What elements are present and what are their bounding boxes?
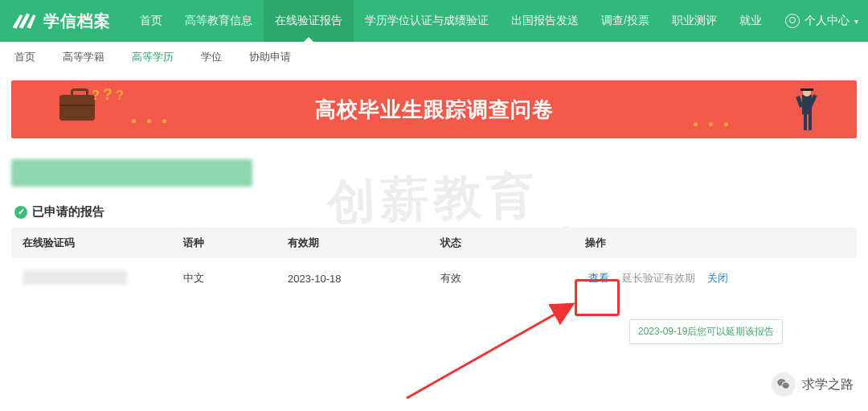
extend-link: 延长验证有效期 — [616, 270, 702, 286]
footer-attribution: 求学之路 — [772, 372, 854, 397]
nav-survey[interactable]: 调查/投票 — [590, 0, 661, 42]
subnav-assist[interactable]: 协助申请 — [249, 50, 291, 64]
nav-abroad-report[interactable]: 出国报告发送 — [500, 0, 590, 42]
col-actions: 操作 — [574, 228, 857, 258]
view-link[interactable]: 查看 — [585, 269, 612, 287]
wechat-icon — [772, 372, 796, 397]
col-language: 语种 — [172, 228, 276, 258]
footer-label: 求学之路 — [802, 376, 854, 393]
user-menu-label: 个人中心 — [805, 14, 850, 28]
section-header: ✓ 已申请的报告 — [14, 204, 857, 220]
user-icon — [785, 14, 800, 28]
subnav-home[interactable]: 首页 — [14, 50, 35, 64]
annotation-arrow-icon — [400, 298, 593, 402]
main-content: ??? 高校毕业生跟踪调查问卷 ✓ 已申请的报告 在线验证码 语种 有效期 状态… — [0, 72, 868, 298]
nav-employment[interactable]: 就业 — [728, 0, 773, 42]
brand-name: 学信档案 — [43, 10, 111, 32]
verify-code-redacted — [23, 270, 127, 285]
book-pages-icon — [11, 11, 37, 31]
reports-table: 在线验证码 语种 有效期 状态 操作 中文 2023-10-18 有效 查看 延… — [11, 228, 857, 298]
col-expiry: 有效期 — [276, 228, 429, 258]
close-link[interactable]: 关闭 — [704, 270, 731, 286]
svg-rect-3 — [804, 114, 807, 130]
user-info-redacted — [11, 159, 252, 187]
nav-degree-auth[interactable]: 学历学位认证与成绩验证 — [354, 0, 500, 42]
svg-rect-4 — [809, 114, 812, 130]
check-circle-icon: ✓ — [14, 206, 27, 219]
user-menu[interactable]: 个人中心 ▾ — [785, 14, 858, 28]
subnav-degree[interactable]: 学位 — [201, 50, 222, 64]
cell-language: 中文 — [172, 258, 276, 298]
nav-higher-edu[interactable]: 高等教育信息 — [174, 0, 264, 42]
primary-nav: 首页 高等教育信息 在线验证报告 学历学位认证与成绩验证 出国报告发送 调查/投… — [129, 0, 773, 42]
sub-nav: 首页 高等学籍 高等学历 学位 协助申请 — [0, 42, 868, 72]
col-code: 在线验证码 — [11, 228, 172, 258]
section-title: 已申请的报告 — [32, 204, 104, 220]
nav-career-test[interactable]: 职业测评 — [661, 0, 728, 42]
nav-home[interactable]: 首页 — [129, 0, 174, 42]
svg-rect-2 — [800, 88, 813, 91]
subnav-enrollment[interactable]: 高等学籍 — [63, 50, 104, 64]
chevron-down-icon: ▾ — [854, 17, 858, 26]
banner-title: 高校毕业生跟踪调查问卷 — [315, 96, 554, 124]
cell-actions: 查看 延长验证有效期 关闭 — [574, 258, 857, 298]
svg-line-7 — [407, 304, 573, 398]
survey-banner[interactable]: ??? 高校毕业生跟踪调查问卷 — [11, 80, 857, 138]
decor-dots-left — [132, 119, 166, 123]
table-row: 中文 2023-10-18 有效 查看 延长验证有效期 关闭 — [11, 258, 857, 298]
decor-dots-right — [694, 122, 728, 126]
brand-logo[interactable]: 学信档案 — [11, 10, 111, 32]
briefcase-icon — [59, 95, 95, 121]
subnav-degree-record[interactable]: 高等学历 — [132, 50, 174, 64]
col-status: 状态 — [429, 228, 574, 258]
nav-online-verify[interactable]: 在线验证报告 — [264, 0, 354, 42]
question-marks-icon: ??? — [92, 85, 127, 104]
extend-tooltip: 2023-09-19后您可以延期该报告 — [629, 319, 783, 344]
cell-expiry: 2023-10-18 — [276, 258, 429, 298]
applied-reports-section: ✓ 已申请的报告 在线验证码 语种 有效期 状态 操作 中文 2023-10-1… — [11, 204, 857, 298]
top-navbar: 学信档案 首页 高等教育信息 在线验证报告 学历学位认证与成绩验证 出国报告发送… — [0, 0, 868, 42]
cell-status: 有效 — [429, 258, 574, 298]
graduate-person-icon — [789, 87, 825, 138]
